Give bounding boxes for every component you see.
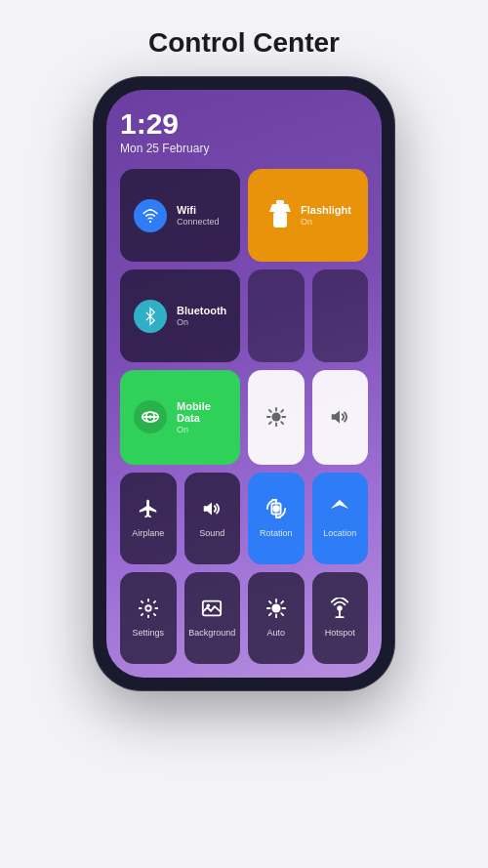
hotspot-tile[interactable]: Hotspot <box>312 572 369 664</box>
bluetooth-label: Bluetooth <box>177 305 226 316</box>
wifi-info: Wifi Connected <box>177 204 220 227</box>
svg-marker-2 <box>269 204 291 212</box>
flashlight-sublabel: On <box>301 217 351 227</box>
svg-point-24 <box>207 604 211 608</box>
auto-tile[interactable]: Auto <box>248 572 305 664</box>
flashlight-label: Flashlight <box>301 204 351 216</box>
bluetooth-icon <box>142 307 158 326</box>
page-title: Control Center <box>148 27 340 59</box>
svg-point-20 <box>272 506 279 513</box>
volume-tile[interactable] <box>312 370 369 464</box>
svg-line-30 <box>269 601 271 603</box>
mobile-info: Mobile Data On <box>177 400 226 434</box>
auto-icon <box>265 598 287 624</box>
sound-icon <box>201 498 223 524</box>
svg-line-16 <box>281 410 283 412</box>
svg-point-8 <box>148 416 151 419</box>
sound-label: Sound <box>199 528 224 538</box>
status-bar: 1:29 Mon 25 February <box>120 109 368 155</box>
controls-grid: Wifi Connected Flas <box>120 169 368 664</box>
settings-tile[interactable]: Settings <box>120 572 177 664</box>
svg-point-0 <box>149 220 151 222</box>
mobile-data-tile[interactable]: Mobile Data On <box>120 370 240 464</box>
svg-line-32 <box>281 601 283 603</box>
rotation-tile[interactable]: Rotation <box>248 473 305 564</box>
svg-point-4 <box>277 217 283 223</box>
airplane-icon <box>138 498 159 524</box>
wifi-tile[interactable]: Wifi Connected <box>120 169 240 262</box>
phone-frame: 1:29 Mon 25 February Wifi Connect <box>93 76 395 691</box>
svg-line-14 <box>269 410 271 412</box>
svg-rect-1 <box>276 200 284 204</box>
wifi-icon <box>142 207 159 225</box>
svg-point-9 <box>271 413 280 422</box>
airplane-label: Airplane <box>132 528 164 538</box>
svg-point-22 <box>145 606 151 612</box>
hotspot-label: Hotspot <box>325 628 355 638</box>
svg-marker-19 <box>204 503 212 516</box>
wifi-sublabel: Connected <box>177 217 220 227</box>
svg-line-33 <box>269 614 271 616</box>
mobile-icon-circle <box>134 400 167 434</box>
svg-line-31 <box>281 614 283 616</box>
svg-line-17 <box>269 423 271 425</box>
time-display: 1:29 <box>120 109 209 139</box>
settings-label: Settings <box>132 628 164 638</box>
svg-line-15 <box>281 423 283 425</box>
airplane-tile[interactable]: Airplane <box>120 473 177 564</box>
bluetooth-info: Bluetooth On <box>177 305 226 327</box>
bluetooth-sublabel: On <box>177 317 226 327</box>
wifi-icon-circle <box>134 199 167 232</box>
brightness-icon <box>265 406 287 428</box>
flashlight-tile[interactable]: Flashlight On <box>248 169 368 262</box>
volume-icon <box>329 406 350 428</box>
phone-screen: 1:29 Mon 25 February Wifi Connect <box>106 90 382 678</box>
date-display: Mon 25 February <box>120 142 209 155</box>
settings-icon <box>138 598 159 624</box>
location-tile[interactable]: Location <box>312 473 369 564</box>
empty-tile-2 <box>312 269 369 362</box>
svg-marker-18 <box>332 411 340 424</box>
hotspot-icon <box>329 598 350 624</box>
background-icon <box>201 598 223 624</box>
wifi-label: Wifi <box>177 204 220 216</box>
sound-tile[interactable]: Sound <box>184 473 241 564</box>
bluetooth-icon-circle <box>134 300 167 333</box>
bluetooth-tile[interactable]: Bluetooth On <box>120 269 240 362</box>
brightness-tile[interactable] <box>248 370 305 464</box>
auto-label: Auto <box>266 628 285 638</box>
mobile-label: Mobile Data <box>177 400 226 424</box>
svg-point-25 <box>271 604 280 613</box>
flashlight-info: Flashlight On <box>301 204 351 227</box>
background-label: Background <box>188 628 235 638</box>
flashlight-icon <box>269 200 291 231</box>
rotation-icon <box>265 498 287 524</box>
mobile-sublabel: On <box>177 425 226 434</box>
rotation-label: Rotation <box>260 528 293 538</box>
mobile-icon <box>141 408 160 426</box>
background-tile[interactable]: Background <box>184 572 241 664</box>
location-icon <box>329 498 350 524</box>
location-label: Location <box>323 528 356 538</box>
empty-tile-1 <box>248 269 305 362</box>
